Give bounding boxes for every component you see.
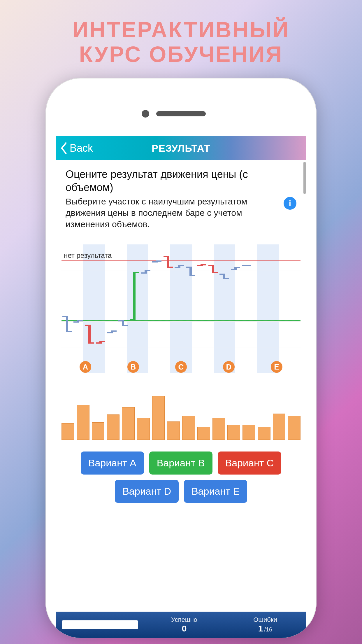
volume-chart xyxy=(61,396,301,440)
volume-bar xyxy=(197,427,210,440)
answer-options: Вариант AВариант BВариант CВариант DВари… xyxy=(60,452,302,503)
content-scroll[interactable]: Оцените результат движения цены (с объем… xyxy=(56,160,306,612)
volume-bar xyxy=(258,427,270,440)
scrollbar-thumb[interactable] xyxy=(303,162,306,194)
candle-bar xyxy=(66,316,68,332)
divider xyxy=(56,509,306,509)
answer-option-button[interactable]: Вариант B xyxy=(149,452,212,475)
stat-errors: Ошибки 1/16 xyxy=(231,616,300,634)
candle-bar xyxy=(122,320,124,326)
candle-bar xyxy=(189,267,192,276)
stat-success-value: 0 xyxy=(150,624,219,634)
price-chart[interactable]: нет результата ABCDE xyxy=(61,244,301,373)
phone-camera xyxy=(142,110,149,118)
answer-option-button[interactable]: Вариант C xyxy=(218,452,282,475)
candle-bar xyxy=(145,270,147,274)
volume-bar xyxy=(122,407,135,440)
stat-success: Успешно 0 xyxy=(150,616,219,634)
candle-bar xyxy=(167,256,169,268)
info-button[interactable]: i xyxy=(284,197,296,210)
volume-bar xyxy=(61,423,74,440)
candle-bar xyxy=(245,265,248,266)
chart-annotation: нет результата xyxy=(64,251,112,260)
info-icon: i xyxy=(289,199,291,208)
volume-bar xyxy=(167,421,180,440)
volume-bar xyxy=(107,414,120,440)
navbar: Back РЕЗУЛЬТАТ xyxy=(56,136,306,160)
stat-errors-value: 1/16 xyxy=(231,624,300,634)
answer-option-button[interactable]: Вариант A xyxy=(81,452,144,475)
volume-bar xyxy=(227,425,240,440)
candle-bar xyxy=(133,272,136,320)
answer-option-button[interactable]: Вариант E xyxy=(184,480,247,503)
volume-bar xyxy=(242,425,255,440)
volume-bar xyxy=(182,416,195,440)
back-button[interactable]: Back xyxy=(56,142,93,154)
volume-bar xyxy=(137,418,150,440)
promo-line-1: ИНТЕРАКТИВНЫЙ xyxy=(72,18,290,42)
question-title: Оцените результат движения цены (с объем… xyxy=(66,168,296,194)
chevron-left-icon xyxy=(60,142,68,154)
candle-bar xyxy=(178,265,180,268)
section-badge[interactable]: A xyxy=(80,361,91,373)
volume-bar xyxy=(92,422,105,440)
volume-bar xyxy=(77,405,89,440)
section-label-row: ABCDE xyxy=(61,360,301,373)
volume-bar xyxy=(212,418,225,440)
candle-bar xyxy=(201,264,203,266)
candle-bar xyxy=(99,341,102,344)
section-badge[interactable]: E xyxy=(271,361,282,373)
page-title: РЕЗУЛЬТАТ xyxy=(56,143,306,154)
question-subtitle: Выберите участок с наилучшим результатом… xyxy=(66,196,278,230)
volume-bar xyxy=(273,414,286,440)
phone-speaker xyxy=(156,111,206,116)
answer-option-button[interactable]: Вариант D xyxy=(115,480,179,503)
progress-bar xyxy=(62,620,138,629)
candle-bar xyxy=(156,260,158,262)
promo-line-2: КУРС ОБУЧЕНИЯ xyxy=(72,42,290,66)
candlestick-layer xyxy=(61,244,301,373)
candle-bar xyxy=(223,274,225,279)
candle-bar xyxy=(212,265,214,273)
phone-frame: Back РЕЗУЛЬТАТ Оцените результат движени… xyxy=(45,78,317,638)
candle-bar xyxy=(111,330,113,333)
candle-bar xyxy=(88,325,91,344)
section-badge[interactable]: B xyxy=(127,361,139,373)
promo-heading: ИНТЕРАКТИВНЫЙ КУРС ОБУЧЕНИЯ xyxy=(72,18,290,66)
question-block: Оцените результат движения цены (с объем… xyxy=(56,160,306,230)
stat-errors-label: Ошибки xyxy=(231,616,300,624)
volume-bar xyxy=(152,396,165,440)
status-footer: Успешно 0 Ошибки 1/16 xyxy=(56,612,306,638)
candle-bar xyxy=(77,320,79,323)
section-badge[interactable]: D xyxy=(223,361,235,373)
section-badge[interactable]: C xyxy=(175,361,187,373)
stat-success-label: Успешно xyxy=(150,616,219,624)
volume-bar xyxy=(288,416,301,440)
back-label: Back xyxy=(70,142,93,154)
scrollbar[interactable] xyxy=(303,160,306,612)
candle-bar xyxy=(234,267,237,270)
app-screen: Back РЕЗУЛЬТАТ Оцените результат движени… xyxy=(56,136,306,638)
